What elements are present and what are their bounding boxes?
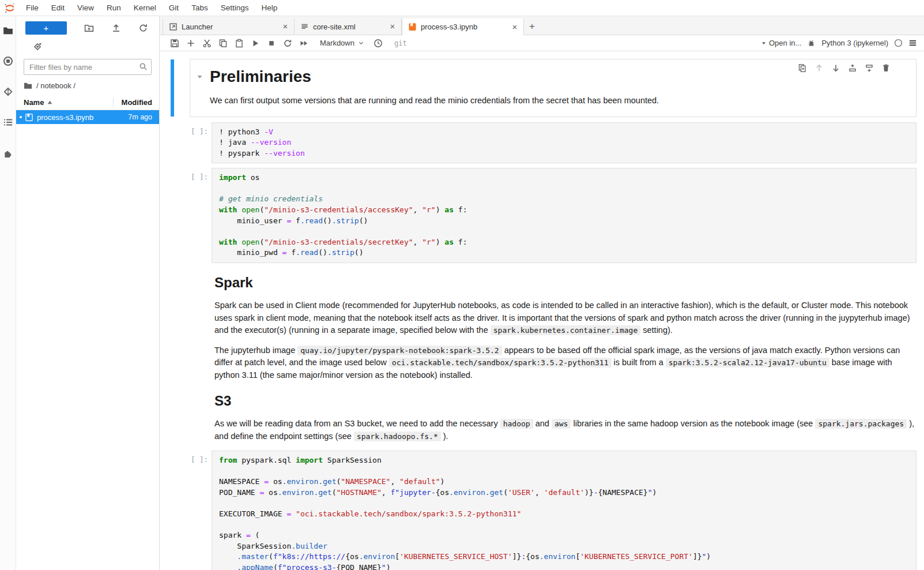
insert-cell-below-icon[interactable] [865,63,874,73]
file-name: process-s3.ipynb [37,113,128,122]
save-button[interactable] [167,37,183,50]
input-prompt: [ ]: [190,122,212,164]
file-browser-panel: + / notebook / Name Modifi [16,16,160,570]
code-line: ! java --version [219,137,909,148]
code-line: minio_user = f.read().strip() [219,216,909,227]
tab-process-s3-ipynb[interactable]: process-s3.ipynb × [402,18,524,35]
upload-icon[interactable] [111,23,121,33]
activity-bar [0,16,16,570]
tab-close-icon[interactable]: × [280,21,291,32]
code-editor[interactable]: ! python3 -V! java --version! pyspark --… [212,122,917,164]
tab-label: core-site.xml [313,22,387,31]
copy-cells-button[interactable] [215,37,231,50]
column-header-name[interactable]: Name [24,97,113,107]
hamburger-menu-icon[interactable] [908,39,917,47]
menu-item-kernel[interactable]: Kernel [127,0,163,16]
refresh-icon[interactable] [138,23,148,33]
inline-code: aws [552,419,571,429]
menu-item-edit[interactable]: Edit [45,0,71,16]
restart-kernel-button[interactable] [280,37,296,50]
notebook-file-icon [25,113,33,122]
duplicate-cell-icon[interactable] [798,63,807,73]
file-row-selected[interactable]: process-s3.ipynb 7m ago [16,110,159,124]
cell-type-dropdown[interactable]: Markdown [320,39,364,47]
code-line [219,466,909,477]
file-list-header: Name Modified [16,95,159,110]
tab-label: Launcher [182,22,280,31]
paste-cells-button[interactable] [231,37,247,50]
search-icon [139,62,148,71]
insert-cell-above-icon[interactable] [848,63,857,73]
active-cell-indicator [171,59,174,117]
insert-cell-button[interactable] [183,37,199,50]
cut-cells-button[interactable] [199,37,215,50]
code-cell-credentials[interactable]: [ ]: import os # get minio credentialswi… [190,168,917,263]
menu-item-settings[interactable]: Settings [214,0,255,16]
git-sidebar-icon[interactable] [3,87,13,97]
new-launcher-button[interactable]: + [25,21,67,35]
table-of-contents-icon[interactable] [3,117,13,127]
code-line: SparkSession.builder [219,541,909,552]
input-prompt: [ ]: [190,451,212,570]
cell-heading-2: Spark [214,275,917,291]
menu-item-run[interactable]: Run [100,0,127,16]
markdown-paragraph: We can first output some versions that a… [210,95,907,107]
inline-code: spark.jars.packages [815,419,907,429]
tab-close-icon[interactable]: × [387,21,398,32]
git-clone-icon[interactable] [33,42,42,51]
code-line: NAMESPACE = os.environ.get("NAMESPACE", … [219,477,909,487]
add-tab-button[interactable]: + [524,18,540,35]
open-in-dropdown[interactable]: Open in... [761,39,801,47]
collapse-heading-icon[interactable] [196,73,203,81]
breadcrumb-path[interactable]: / notebook / [36,81,76,90]
code-editor[interactable]: from pyspark.sql import SparkSession NAM… [212,451,917,570]
move-cell-up-icon[interactable] [814,63,824,73]
markdown-cell-spark[interactable]: Spark Spark can be used in Client mode (… [190,275,917,381]
code-line: ! python3 -V [219,127,909,138]
inline-code: spark:3.5.2-scala2.12-java17-ubuntu [666,358,829,367]
run-cell-button[interactable] [247,37,263,50]
code-cell-versions[interactable]: [ ]: ! python3 -V! java --version! pyspa… [190,122,917,164]
tab-close-icon[interactable]: × [510,22,520,32]
menu-item-tabs[interactable]: Tabs [185,0,214,16]
unsaved-dot-icon [20,116,22,118]
file-browser-toolbar: + [16,16,159,35]
tab-launcher[interactable]: Launcher × [163,18,295,35]
kernel-name[interactable]: Python 3 (ipykernel) [821,39,888,47]
code-line [219,226,909,237]
interrupt-kernel-button[interactable] [263,37,280,50]
markdown-cell-s3[interactable]: S3 As we will be reading data from an S3… [190,393,917,442]
notebook-content[interactable]: Preliminaries We can first output some v… [160,51,924,570]
code-line: with open("/minio-s3-credentials/secretK… [219,237,909,248]
menu-item-file[interactable]: File [20,0,45,16]
code-line: from pyspark.sql import SparkSession [219,455,909,466]
extension-manager-icon[interactable] [3,148,13,158]
tab-core-site-xml[interactable]: core-site.xml × [295,18,402,35]
menu-item-git[interactable]: Git [163,0,185,16]
debugger-bug-icon[interactable] [807,39,816,47]
code-line: POD_NAME = os.environ.get("HOSTNAME", f"… [219,487,909,498]
workspace-body: + / notebook / Name Modifi [0,16,924,570]
new-folder-icon[interactable] [84,23,94,33]
code-line: EXECUTOR_IMAGE = "oci.stackable.tech/san… [219,509,909,520]
filter-files [24,59,152,75]
markdown-cell-preliminaries[interactable]: Preliminaries We can first output some v… [190,59,917,117]
breadcrumb[interactable]: / notebook / [16,75,159,94]
restart-run-all-button[interactable] [296,37,312,50]
menu-item-help[interactable]: Help [255,0,284,16]
column-header-modified[interactable]: Modified [113,97,159,107]
code-line [219,520,909,531]
filter-files-input[interactable] [24,59,152,75]
file-browser-icon[interactable] [3,25,13,36]
dock-tab-bar: Launcher × core-site.xml × process-s3.ip… [160,16,924,35]
home-folder-icon[interactable] [24,81,32,90]
notebook-tab-icon [408,22,417,31]
delete-cell-icon[interactable] [881,63,891,73]
menu-item-view[interactable]: View [71,0,100,16]
move-cell-down-icon[interactable] [831,63,840,73]
code-editor[interactable]: import os # get minio credentialswith op… [212,168,917,263]
running-sessions-icon[interactable] [3,56,13,66]
execution-time-icon[interactable] [370,37,386,50]
code-cell-spark-session[interactable]: [ ]: from pyspark.sql import SparkSessio… [190,451,917,570]
code-line: spark = ( [219,530,909,541]
